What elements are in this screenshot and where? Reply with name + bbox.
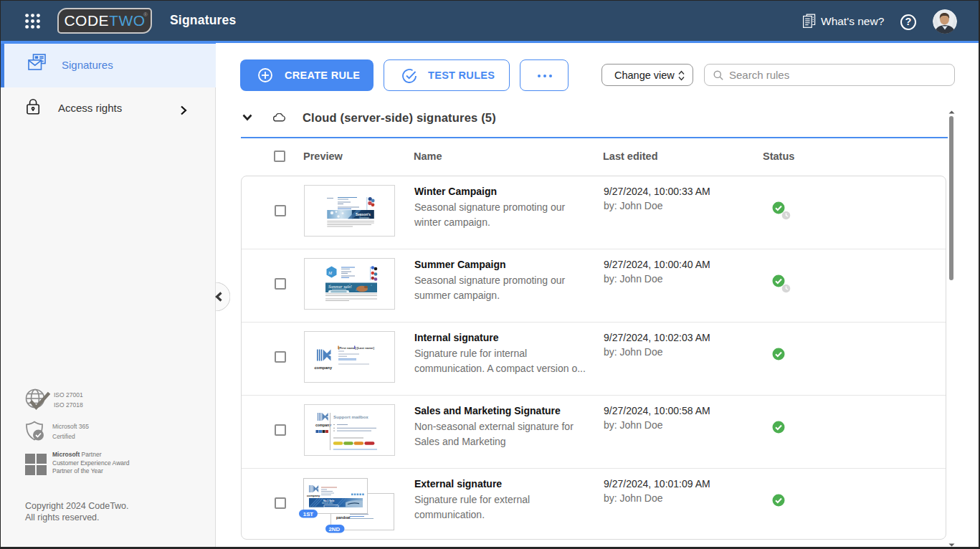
svg-text:1ST: 1ST [303,511,314,517]
svg-text:M: M [328,271,333,275]
svg-text:2ND: 2ND [329,526,341,533]
svg-text:Greetings: Greetings [359,216,369,219]
svg-text:Support mailbox: Support mailbox [333,414,368,419]
svg-text:Summer sale!: Summer sale! [328,285,352,289]
svg-text:pandoat: pandoat [336,515,351,520]
svg-text:[First name] [Last name]: [First name] [Last name] [338,346,374,350]
svg-text:company: company [315,423,331,427]
svg-text:company: company [307,494,320,497]
svg-text:limited offer: limited offer [322,502,333,505]
svg-text:company: company [315,366,333,370]
